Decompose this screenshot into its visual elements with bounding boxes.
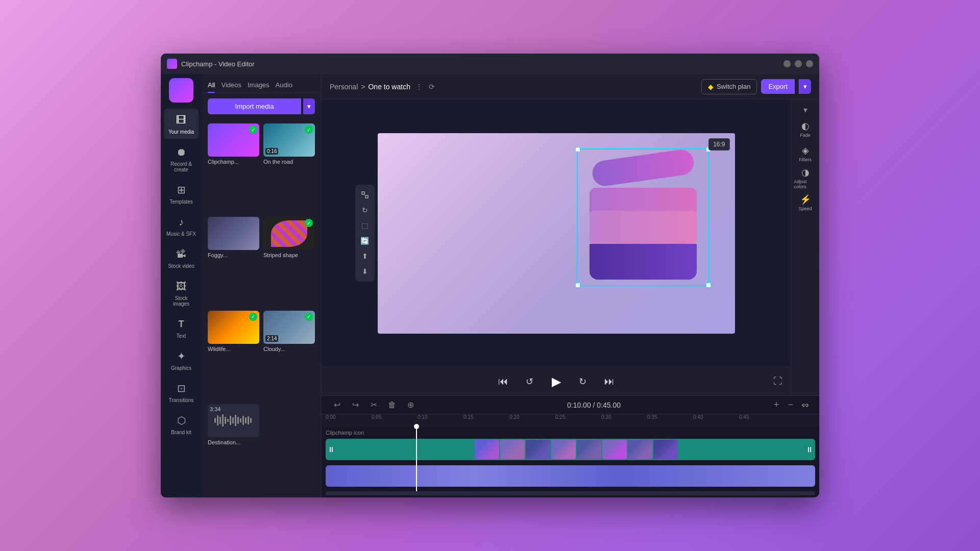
tab-audio[interactable]: Audio (276, 78, 292, 93)
right-tool-fade[interactable]: ◐ Fade (794, 118, 817, 140)
handle-top-left[interactable] (575, 147, 580, 152)
maximize-button[interactable] (795, 60, 802, 67)
zoom-fit-button[interactable]: ⇔ (799, 399, 811, 411)
undo-button[interactable]: ↩ (330, 398, 344, 412)
media-item-wildlife[interactable]: ✓ Wildlife... (208, 311, 259, 400)
selected-shape[interactable] (577, 148, 709, 286)
cut-button[interactable]: ✂ (366, 398, 381, 412)
rewind-button[interactable]: ↺ (521, 372, 539, 391)
import-media-arrow[interactable]: ▾ (303, 98, 315, 114)
shape-pill (591, 148, 695, 187)
media-item-cloudy[interactable]: 2:14 ✓ Cloudy... (263, 311, 315, 400)
playhead-handle[interactable] (414, 424, 419, 429)
right-tool-adjust-colors[interactable]: ◑ Adjust colors (794, 167, 817, 189)
track-main[interactable]: ⏸ ⏸ (326, 439, 815, 460)
sidebar-label-graphics: Graphics (171, 365, 191, 371)
float-tool-rotate[interactable]: ↻ (357, 203, 373, 217)
preview-canvas: ↻ ⬚ 🔄 ⬆ ⬇ (378, 133, 735, 334)
ruler-mark-7: 0:35 (647, 414, 693, 420)
check-clipchamp: ✓ (249, 126, 257, 134)
close-button[interactable] (806, 60, 813, 67)
insert-button[interactable]: ⊕ (403, 398, 418, 412)
preview-right: ↻ ⬚ 🔄 ⬆ ⬇ (322, 99, 819, 395)
panel-collapse-btn[interactable]: ▾ (803, 104, 807, 116)
sidebar-label-brand-kit: Brand kit (171, 430, 191, 435)
sync-icon[interactable]: ⟳ (426, 81, 438, 93)
breadcrumb-separator: > (361, 83, 365, 91)
sidebar-item-your-media[interactable]: 🎞 Your media (164, 109, 199, 139)
media-item-clipchamp[interactable]: ✓ Clipchamp... (208, 123, 259, 213)
tab-images[interactable]: Images (248, 78, 270, 93)
sidebar-item-text[interactable]: T Text (164, 313, 199, 343)
media-grid: ✓ Clipchamp... 0:16 ✓ On the road Foggy.… (202, 119, 321, 497)
check-on-road: ✓ (305, 126, 313, 134)
play-button[interactable]: ▶ (547, 372, 566, 391)
import-media-button[interactable]: Import media (208, 98, 301, 114)
timeline-toolbar: ↩ ↪ ✂ 🗑 ⊕ 0:10.00 / 0:45.00 (322, 396, 819, 414)
clip-frame-5 (577, 440, 601, 459)
forward-button[interactable]: ↻ (574, 372, 592, 391)
track-secondary[interactable] (326, 465, 815, 487)
fade-icon: ◐ (801, 120, 810, 132)
track-main-label: Clipchamp icon (326, 430, 815, 436)
sidebar-item-transitions[interactable]: ⊡ Transitions (164, 377, 199, 407)
float-tool-front[interactable]: ⬆ (357, 249, 373, 263)
tab-videos[interactable]: Videos (221, 78, 241, 93)
tab-all[interactable]: All (208, 78, 215, 93)
fullscreen-icon: ⛶ (773, 376, 782, 386)
cut-icon: ✂ (371, 400, 377, 410)
svg-rect-10 (240, 418, 241, 422)
handle-bottom-right[interactable] (706, 283, 711, 288)
skip-to-end-button[interactable]: ⏭ (600, 372, 619, 391)
export-arrow-button[interactable]: ▾ (799, 79, 811, 94)
right-tool-speed[interactable]: ⚡ Speed (794, 191, 817, 214)
sidebar-item-graphics[interactable]: ✦ Graphics (164, 345, 199, 375)
skip-back-icon: ⏮ (498, 375, 508, 387)
templates-icon: ⊞ (174, 183, 188, 197)
timeline-scrollbar[interactable] (326, 491, 815, 495)
track-pause-icon[interactable]: ⏸ (328, 445, 335, 454)
sidebar-item-templates[interactable]: ⊞ Templates (164, 179, 199, 209)
switch-plan-button[interactable]: ◆ Switch plan (701, 79, 757, 94)
media-item-on-road[interactable]: 0:16 ✓ On the road (263, 123, 315, 213)
timeline-time: 0:10.00 / 0:45.00 (422, 401, 766, 409)
skip-to-start-button[interactable]: ⏮ (494, 372, 512, 391)
float-tool-flip[interactable]: ⬚ (357, 218, 373, 233)
more-options-icon[interactable]: ⋮ (415, 83, 423, 91)
playhead[interactable] (416, 427, 417, 491)
float-tool-crop[interactable] (357, 188, 373, 202)
zoom-in-button[interactable]: + (770, 399, 782, 411)
top-bar: Personal > One to watch ⋮ ⟳ ◆ Switch pla… (322, 74, 819, 99)
label-wildlife: Wildlife... (208, 346, 259, 352)
shape-s (590, 188, 697, 280)
aspect-ratio-badge[interactable]: 16:9 (708, 138, 729, 151)
clip-frame-6 (602, 440, 627, 459)
delete-button[interactable]: 🗑 (385, 398, 399, 412)
right-panel: ▾ ◐ Fade ◈ Filters ◑ Adjust colors ⚡ (791, 99, 819, 395)
sidebar-item-brand-kit[interactable]: ⬡ Brand kit (164, 409, 199, 439)
zoom-out-button[interactable]: − (785, 399, 797, 411)
svg-rect-12 (245, 417, 247, 423)
label-destination: Destination... (208, 439, 259, 445)
export-button[interactable]: Export (761, 79, 795, 94)
svg-rect-9 (237, 417, 239, 424)
timeline-ruler: 0:00 0:05 0:10 0:15 0:20 0:25 0:30 0:35 … (322, 414, 819, 427)
fullscreen-button[interactable]: ⛶ (773, 376, 782, 387)
minimize-button[interactable] (783, 60, 791, 67)
sidebar-item-music-sfx[interactable]: ♪ Music & SFX (164, 211, 199, 241)
media-item-destination[interactable]: 3:34 (208, 404, 259, 493)
handle-bottom-left[interactable] (575, 283, 580, 288)
breadcrumb-parent[interactable]: Personal (330, 83, 358, 91)
sidebar-item-stock-images[interactable]: 🖼 Stock images (164, 275, 199, 311)
track-end-icon[interactable]: ⏸ (806, 445, 813, 454)
right-tool-filters[interactable]: ◈ Filters (794, 142, 817, 165)
float-tool-back[interactable]: ⬇ (357, 264, 373, 279)
sidebar-label-templates: Templates (169, 199, 193, 205)
svg-rect-5 (227, 419, 229, 422)
float-tool-transform[interactable]: 🔄 (357, 234, 373, 248)
sidebar-item-stock-video[interactable]: 📽 Stock video (164, 243, 199, 273)
sidebar-item-record-create[interactable]: ⏺ Record & create (164, 141, 199, 177)
redo-button[interactable]: ↪ (348, 398, 362, 412)
media-item-striped[interactable]: ✓ Striped shape (263, 217, 315, 306)
media-item-foggy[interactable]: Foggy... (208, 217, 259, 306)
